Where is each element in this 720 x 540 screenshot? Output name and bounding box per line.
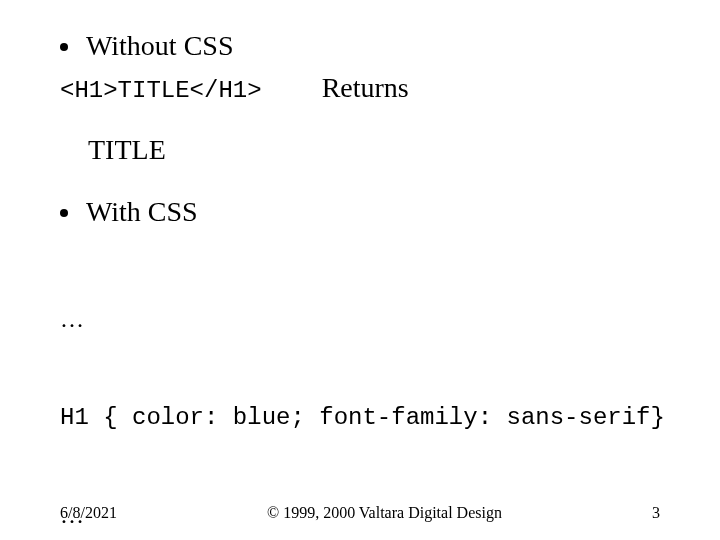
footer-copyright: © 1999, 2000 Valtara Digital Design: [117, 504, 652, 522]
footer-page-number: 3: [652, 504, 660, 522]
bullet-text: Without CSS: [86, 30, 233, 62]
bullet-text: With CSS: [86, 196, 198, 228]
footer: 6/8/2021 © 1999, 2000 Valtara Digital De…: [0, 504, 720, 522]
ellipsis: …: [60, 306, 84, 332]
footer-date: 6/8/2021: [60, 504, 117, 522]
bullet-with-css: With CSS: [60, 196, 670, 228]
result-title-serif: TITLE: [88, 134, 670, 166]
example1-row: <H1>TITLE</H1> Returns: [60, 72, 670, 104]
code-h1-tag: <H1>TITLE</H1>: [60, 77, 262, 104]
css-rule: H1 { color: blue; font-family: sans-seri…: [60, 402, 670, 434]
bullet-without-css: Without CSS: [60, 30, 670, 62]
css-code-block: … H1 { color: blue; font-family: sans-se…: [60, 238, 670, 540]
returns-label-1: Returns: [322, 72, 409, 104]
bullet-dot-icon: [60, 209, 68, 217]
slide: Without CSS <H1>TITLE</H1> Returns TITLE…: [0, 0, 720, 540]
bullet-dot-icon: [60, 43, 68, 51]
